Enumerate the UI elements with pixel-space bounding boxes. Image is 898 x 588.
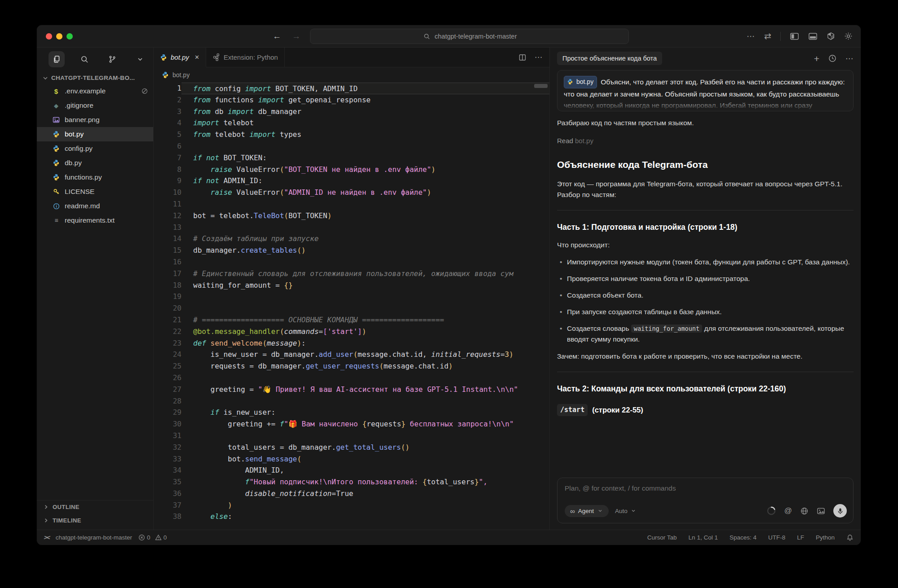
chat-input-box[interactable]: Plan, @ for context, / for commands ∞ Ag… [557,478,854,523]
code-line[interactable]: 22@bot.message_handler(commands=['start'… [154,326,549,338]
file-tree-item-banner-png[interactable]: banner.png [37,113,153,127]
code-line[interactable]: 13 [154,222,549,233]
new-chat-icon[interactable]: + [814,54,819,63]
command-center-search[interactable]: chatgpt-telegram-bot-master [310,29,629,44]
tab-extension-python[interactable]: Extension: Python [206,48,285,67]
code-line[interactable]: 31 [154,430,549,442]
mention-context-icon[interactable]: @ [784,506,792,515]
code-line[interactable]: 11 [154,198,549,210]
close-window-button[interactable] [46,33,52,39]
code-line[interactable]: 29 if is_new_user: [154,407,549,418]
code-line[interactable]: 25 requests = db_manager.get_user_reques… [154,360,549,372]
statusbar-item-cursor-tab[interactable]: Cursor Tab [647,534,677,541]
code-line[interactable]: 6 [154,140,549,152]
code-editor[interactable]: 1from config import BOT_TOKEN, ADMIN_ID2… [154,83,549,530]
code-line[interactable]: 38 else: [154,511,549,522]
code-line[interactable]: 4import telebot [154,117,549,129]
toggle-sidebar-icon[interactable] [790,32,799,40]
code-line[interactable]: 32 total_users = db_manager.get_total_us… [154,442,549,453]
code-line[interactable]: 37 ) [154,500,549,511]
more-views-chevron-icon[interactable] [132,51,148,67]
code-line[interactable]: 21# =================== ОСНОВНЫЕ КОМАНДЫ… [154,314,549,326]
breadcrumb[interactable]: bot.py [154,67,549,83]
statusbar-item-utf-8[interactable]: UTF-8 [768,534,785,541]
code-line[interactable]: 14# Создаём таблицы при запуске [154,233,549,245]
toggle-panel-icon[interactable] [808,32,818,40]
close-tab-icon[interactable]: ✕ [195,54,199,61]
model-selector[interactable]: Auto [615,508,637,514]
editor-more-actions-icon[interactable]: ⋯ [535,53,542,62]
code-line[interactable]: 34 ADMIN_ID, [154,465,549,476]
code-text: @bot.message_handler(commands=['start']) [181,326,549,338]
notifications-bell-icon[interactable] [846,534,854,541]
remote-indicator-icon[interactable]: >< [43,534,50,541]
attach-image-icon[interactable] [817,507,825,515]
source-control-tab-icon[interactable] [104,51,120,67]
sidebar-section-outline[interactable]: OUTLINE [37,500,153,513]
sidebar-section-timeline[interactable]: TIMELINE [37,513,153,527]
code-line[interactable]: 15db_manager.create_tables() [154,245,549,256]
chat-tab-title[interactable]: Простое объяснение кода бота [557,52,662,65]
settings-gear-icon[interactable] [844,32,853,40]
code-line[interactable]: 23def send_welcome(message): [154,338,549,349]
nav-back-button[interactable]: ← [273,31,281,41]
code-line[interactable]: 26 [154,372,549,384]
file-tree-item-readme-md[interactable]: readme.md [37,199,153,213]
file-tree-item-requirements-txt[interactable]: ≡requirements.txt [37,213,153,228]
read-file-name[interactable]: bot.py [575,137,593,145]
file-tree-item-db-py[interactable]: db.py [37,156,153,170]
chat-more-icon[interactable]: ⋯ [845,54,854,63]
code-line[interactable]: 17# Единственный словарь для отслеживани… [154,268,549,280]
split-editor-icon[interactable] [518,53,526,61]
scrollbar-thumb[interactable] [534,84,548,88]
nav-forward-button[interactable]: → [292,31,301,41]
code-line[interactable]: 33 bot.send_message( [154,453,549,465]
extensions-cube-icon[interactable] [827,32,835,40]
web-search-icon[interactable] [800,507,809,515]
statusbar-item-lf[interactable]: LF [797,534,804,541]
file-tree-item-config-py[interactable]: config.py [37,141,153,156]
code-line[interactable]: 24 is_new_user = db_manager.add_user(mes… [154,349,549,360]
code-line[interactable]: 16 [154,256,549,268]
code-line[interactable]: 35 f"Новый подписчик!\nИтого пользовател… [154,476,549,488]
code-line[interactable]: 30 greeting += f"🎁 Вам начислено {reques… [154,418,549,430]
code-line[interactable]: 36 disable_notification=True [154,488,549,500]
voice-input-button[interactable] [833,504,847,518]
file-tree-item-bot-py[interactable]: bot.py [37,127,153,141]
code-line[interactable]: 18waiting_for_amount = {} [154,280,549,291]
code-line[interactable]: 20 [154,303,549,314]
code-line[interactable]: 19 [154,291,549,303]
code-line[interactable]: 2from functions import get_openai_respon… [154,94,549,106]
statusbar-project[interactable]: chatgpt-telegram-bot-master [56,534,132,541]
user-message-card[interactable]: bot.pyОбъясни, что делает этот код. Разб… [557,70,854,111]
explorer-tab-icon[interactable] [49,51,65,67]
code-line[interactable]: 9if not ADMIN_ID: [154,175,549,187]
code-line[interactable]: 12bot = telebot.TeleBot(BOT_TOKEN) [154,210,549,222]
search-tab-icon[interactable] [76,51,93,67]
file-tree-item-functions-py[interactable]: functions.py [37,170,153,184]
code-line[interactable]: 27 greeting = "👋 Привет! Я ваш AI-ассист… [154,384,549,395]
code-line[interactable]: 8 raise ValueError("BOT_TOKEN не найден … [154,164,549,176]
problems-indicator[interactable]: 0 0 [138,534,167,541]
code-line[interactable]: 1from config import BOT_TOKEN, ADMIN_ID [154,83,549,94]
file-tree-item--gitignore[interactable]: ◆.gitignore [37,98,153,113]
zoom-window-button[interactable] [66,33,73,39]
code-line[interactable]: 5from telebot import types [154,129,549,140]
statusbar-item-ln-1-col-1[interactable]: Ln 1, Col 1 [689,534,718,541]
code-line[interactable]: 10 raise ValueError("ADMIN_ID не найден … [154,187,549,198]
statusbar-item-spaces-4[interactable]: Spaces: 4 [730,534,756,541]
more-actions-icon[interactable]: ⋯ [747,31,755,41]
minimize-window-button[interactable] [56,33,62,39]
code-line[interactable]: 3from db import db_manager [154,106,549,118]
project-root-folder[interactable]: CHATGPT-TELEGRAM-BO... [37,71,153,84]
statusbar-item-python[interactable]: Python [816,534,835,541]
file-tree-item-license[interactable]: LICENSE [37,184,153,199]
agent-mode-selector[interactable]: ∞ Agent [565,505,609,517]
context-file-chip[interactable]: bot.py [564,76,597,88]
code-line[interactable]: 28 [154,395,549,407]
code-line[interactable]: 7if not BOT_TOKEN: [154,152,549,164]
file-tree-item--env-example[interactable]: $.env.example [37,84,153,98]
chat-history-icon[interactable] [828,54,836,62]
tab-bot-py[interactable]: bot.py ✕ [154,48,206,67]
layout-swap-icon[interactable]: ⇄ [764,31,771,41]
